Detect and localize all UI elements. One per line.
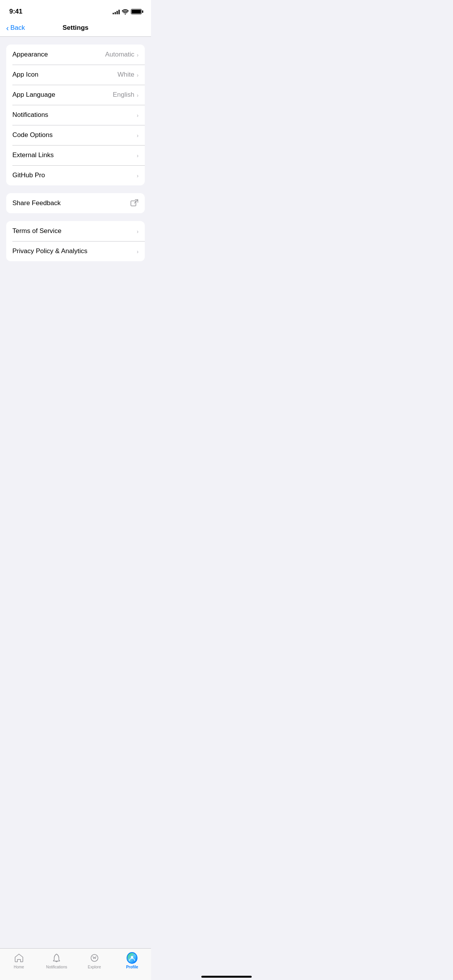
chevron-right-icon: › — [137, 51, 139, 58]
code-options-right: › — [137, 132, 139, 139]
back-label: Back — [10, 24, 25, 32]
back-button[interactable]: ‹ Back — [6, 24, 25, 32]
app-language-right: English › — [113, 91, 139, 99]
notifications-row[interactable]: Notifications › — [6, 105, 145, 125]
appearance-row[interactable]: Appearance Automatic › — [6, 45, 145, 65]
appearance-value: Automatic — [105, 51, 134, 58]
svg-rect-0 — [131, 201, 136, 206]
status-time: 9:41 — [9, 8, 22, 15]
app-icon-right: White › — [118, 71, 139, 79]
battery-icon — [131, 9, 142, 14]
main-content: Appearance Automatic › App Icon White › … — [0, 37, 151, 304]
share-feedback-right — [130, 199, 139, 207]
chevron-right-icon: › — [137, 112, 139, 118]
back-chevron-icon: ‹ — [6, 24, 9, 32]
legal-group: Terms of Service › Privacy Policy & Anal… — [6, 221, 145, 261]
chevron-right-icon: › — [137, 172, 139, 179]
privacy-policy-label: Privacy Policy & Analytics — [12, 247, 88, 255]
app-icon-row[interactable]: App Icon White › — [6, 65, 145, 85]
external-link-icon — [130, 199, 139, 207]
status-icons — [113, 9, 142, 14]
status-bar: 9:41 — [0, 0, 151, 21]
privacy-policy-row[interactable]: Privacy Policy & Analytics › — [6, 241, 145, 261]
code-options-label: Code Options — [12, 131, 53, 139]
appearance-right: Automatic › — [105, 51, 139, 58]
share-feedback-row[interactable]: Share Feedback — [6, 193, 145, 213]
page-title: Settings — [62, 24, 88, 32]
terms-of-service-row[interactable]: Terms of Service › — [6, 221, 145, 241]
github-pro-right: › — [137, 172, 139, 179]
terms-right: › — [137, 228, 139, 235]
chevron-right-icon: › — [137, 92, 139, 98]
settings-content: Appearance Automatic › App Icon White › … — [0, 37, 151, 269]
chevron-right-icon: › — [137, 152, 139, 159]
chevron-right-icon: › — [137, 72, 139, 78]
nav-header: ‹ Back Settings — [0, 21, 151, 37]
app-icon-value: White — [118, 71, 134, 79]
appearance-label: Appearance — [12, 51, 48, 58]
app-icon-label: App Icon — [12, 71, 38, 79]
notifications-right: › — [137, 112, 139, 118]
external-links-label: External Links — [12, 151, 54, 159]
main-settings-group: Appearance Automatic › App Icon White › … — [6, 45, 145, 185]
external-links-row[interactable]: External Links › — [6, 145, 145, 165]
github-pro-label: GitHub Pro — [12, 171, 45, 179]
notifications-label: Notifications — [12, 111, 48, 119]
chevron-right-icon: › — [137, 132, 139, 139]
external-links-right: › — [137, 152, 139, 159]
chevron-right-icon: › — [137, 248, 139, 255]
signal-icon — [113, 9, 120, 14]
feedback-group: Share Feedback — [6, 193, 145, 213]
terms-of-service-label: Terms of Service — [12, 227, 62, 235]
code-options-row[interactable]: Code Options › — [6, 125, 145, 145]
app-language-label: App Language — [12, 91, 55, 99]
privacy-right: › — [137, 248, 139, 255]
share-feedback-label: Share Feedback — [12, 199, 61, 207]
chevron-right-icon: › — [137, 228, 139, 235]
github-pro-row[interactable]: GitHub Pro › — [6, 165, 145, 185]
app-language-row[interactable]: App Language English › — [6, 85, 145, 105]
app-language-value: English — [113, 91, 134, 99]
wifi-icon — [122, 9, 129, 14]
